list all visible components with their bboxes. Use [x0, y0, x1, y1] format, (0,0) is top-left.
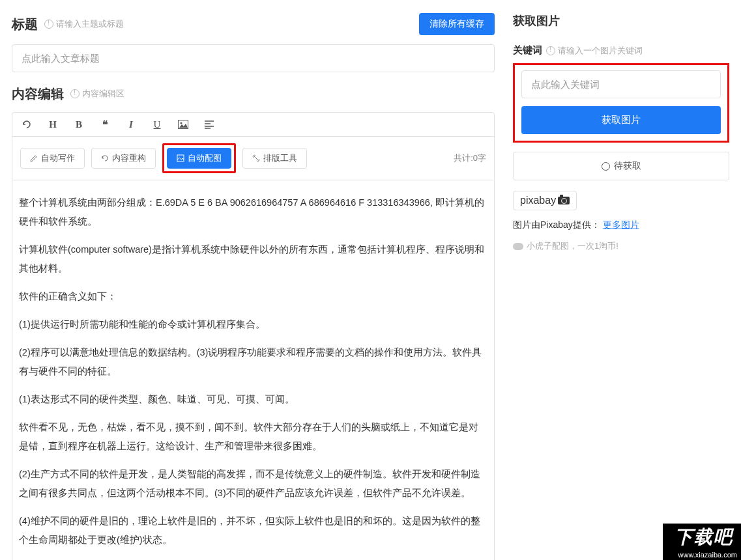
editor-body[interactable]: 整个计算机系统由两部分组成：E.69DA 5 E 6 BA 9062616964…	[12, 180, 495, 560]
underline-icon[interactable]: U	[151, 118, 164, 131]
word-count: 共计:0字	[454, 152, 486, 164]
auto-image-button[interactable]: 自动配图	[167, 148, 231, 169]
clear-cache-button[interactable]: 清除所有缓存	[419, 13, 495, 35]
content-edit-hint: 内容编辑区	[70, 88, 124, 100]
provider-text: 图片由Pixabay提供： 更多图片	[513, 219, 729, 231]
bold-icon[interactable]: B	[72, 118, 85, 131]
editor-paragraph: (2)程序可以满意地处理信息的数据结构。(3)说明程序功能要求和程序需要的文档的…	[19, 343, 487, 381]
pending-status: 待获取	[513, 152, 729, 180]
keyword-highlight: 获取图片	[513, 63, 729, 143]
cloud-icon	[513, 243, 523, 250]
keyword-hint: 请输入一个图片关键词	[546, 45, 643, 57]
italic-icon[interactable]: I	[124, 118, 138, 131]
editor-paragraph: 软件的正确含义如下：	[19, 287, 487, 306]
content-edit-label: 内容编辑	[12, 87, 64, 101]
editor-paragraph: 软件看不见，无色，枯燥，看不见，摸不到，闻不到。软件大部分存在于人们的头脑或纸上…	[19, 418, 487, 456]
info-icon	[44, 20, 53, 29]
editor-paragraph: (1)提供运行时所需功能和性能的命令或计算机程序集合。	[19, 315, 487, 334]
pencil-icon	[30, 154, 38, 162]
article-title-input[interactable]	[12, 44, 495, 72]
heading-icon[interactable]: H	[46, 118, 59, 131]
refresh-icon	[101, 154, 109, 162]
image-icon[interactable]	[177, 118, 190, 131]
title-header: 标题 请输入主题或标题 清除所有缓存	[12, 13, 495, 35]
layout-tool-button[interactable]: 排版工具	[242, 148, 307, 169]
align-left-icon[interactable]	[203, 118, 216, 131]
title-hint: 请输入主题或标题	[44, 18, 124, 30]
info-icon	[70, 89, 80, 98]
auto-image-highlight: 自动配图	[162, 143, 236, 173]
editor-paragraph: 计算机软件(computer software)是指计算机系统中除硬件以外的所有…	[19, 240, 487, 278]
pending-icon	[602, 162, 610, 171]
undo-icon[interactable]	[20, 118, 33, 131]
tool-icon	[252, 154, 260, 162]
title-label: 标题	[12, 17, 38, 31]
camera-icon	[558, 197, 570, 204]
action-toolbar: 自动写作 内容重构 自动配图 排版工具	[12, 137, 494, 180]
info-icon	[546, 46, 555, 55]
format-toolbar: H B ❝ I U	[12, 113, 494, 137]
auto-write-button[interactable]: 自动写作	[20, 148, 85, 169]
restructure-button[interactable]: 内容重构	[91, 148, 156, 169]
watermark: 下载吧 www.xiazaiba.com	[663, 524, 741, 560]
fetch-image-title: 获取图片	[513, 13, 729, 29]
svg-point-1	[181, 122, 182, 124]
quote-icon[interactable]: ❝	[98, 118, 111, 131]
tip-text: 小虎子配图，一次1淘币!	[513, 240, 729, 252]
keyword-label: 关键词	[513, 44, 542, 57]
editor-paragraph: 整个计算机系统由两部分组成：E.69DA 5 E 6 BA 9062616964…	[19, 193, 487, 231]
picture-icon	[177, 154, 184, 162]
editor-paragraph: (4)维护不同的硬件是旧的，理论上软件是旧的，并不坏，但实际上软件也是旧的和坏的…	[19, 512, 487, 550]
editor-paragraph: (1)表达形式不同的硬件类型、颜色、味道、可见、可摸、可闻。	[19, 390, 487, 409]
more-images-link[interactable]: 更多图片	[603, 219, 639, 230]
fetch-image-button[interactable]: 获取图片	[521, 106, 721, 134]
pixabay-badge: pixabay	[513, 191, 577, 210]
keyword-input[interactable]	[521, 70, 721, 98]
editor-paragraph: (2)生产方式不同的软件是开发，是人类智能的高发挥，而不是传统意义上的硬件制造。…	[19, 465, 487, 503]
